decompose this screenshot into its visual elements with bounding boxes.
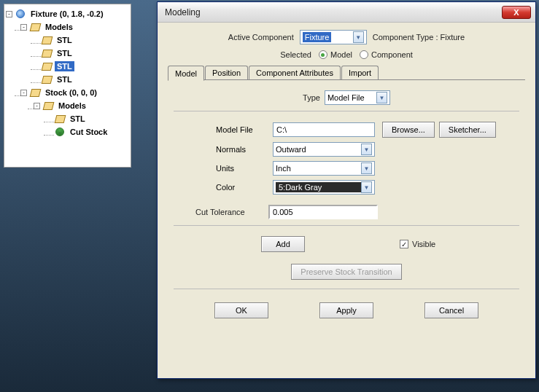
folder-icon xyxy=(42,101,54,111)
stl-icon xyxy=(41,48,53,58)
radio-model[interactable] xyxy=(319,50,327,59)
component-type-text: Component Type : Fixture xyxy=(373,33,465,42)
normals-select[interactable]: Outward ▼ xyxy=(273,142,375,157)
active-component-select[interactable]: Fixture ▼ xyxy=(300,30,367,44)
active-component-value: Fixture xyxy=(303,32,332,42)
chevron-down-icon: ▼ xyxy=(376,92,387,103)
divider xyxy=(174,289,519,289)
color-value: 5:Dark Gray xyxy=(276,182,361,192)
stl-icon xyxy=(41,35,53,45)
cut-tolerance-label: Cut Tolerance xyxy=(195,208,268,216)
browse-button[interactable]: Browse... xyxy=(382,122,435,138)
units-value: Inch xyxy=(276,164,291,173)
stl-icon xyxy=(41,61,53,71)
preserve-stock-button[interactable]: Preserve Stock Transition xyxy=(291,264,401,280)
tree-cutstock[interactable]: Cut Stock xyxy=(68,127,109,137)
expander-stock[interactable]: - xyxy=(20,90,27,96)
sketcher-button[interactable]: Sketcher... xyxy=(439,122,496,138)
color-select[interactable]: 5:Dark Gray ▼ xyxy=(273,180,375,195)
color-label: Color xyxy=(216,183,273,192)
cancel-button[interactable]: Cancel xyxy=(424,302,478,318)
cutstock-icon xyxy=(54,127,66,137)
tree-panel: - Fixture (0, 1.8, -0.2) - Models STL ST… xyxy=(4,4,131,168)
tab-import[interactable]: Import xyxy=(341,66,379,79)
chevron-down-icon: ▼ xyxy=(361,162,372,174)
chevron-down-icon: ▼ xyxy=(353,31,364,43)
fixture-icon xyxy=(15,9,26,19)
stl-icon xyxy=(54,114,66,124)
normals-value: Outward xyxy=(276,145,306,154)
type-value: Model File xyxy=(327,93,365,102)
close-button[interactable]: X xyxy=(502,6,531,19)
units-label: Units xyxy=(216,164,273,173)
tree-models-2[interactable]: Models xyxy=(56,101,88,111)
expander-models-1[interactable]: - xyxy=(20,24,27,31)
tree-stl-stock[interactable]: STL xyxy=(68,114,88,124)
normals-label: Normals xyxy=(216,145,273,154)
selected-label: Selected xyxy=(280,50,311,59)
tree-stock[interactable]: Stock (0, 0, 0) xyxy=(43,87,99,98)
tab-model[interactable]: Model xyxy=(168,66,204,81)
tab-attributes[interactable]: Component Attributes xyxy=(249,66,341,79)
chevron-down-icon: ▼ xyxy=(361,181,372,193)
visible-label: Visible xyxy=(412,240,435,248)
modeling-dialog: Modeling X Active Component Fixture ▼ Co… xyxy=(157,1,536,379)
tab-body: Type Model File ▼ Model File C:\ Browse.… xyxy=(168,80,525,323)
model-file-label: Model File xyxy=(216,125,273,134)
active-component-label: Active Component xyxy=(228,33,294,42)
apply-button[interactable]: Apply xyxy=(319,302,373,318)
divider xyxy=(174,225,519,226)
expander-fixture[interactable]: - xyxy=(6,11,12,17)
stl-icon xyxy=(41,74,53,85)
model-file-input[interactable]: C:\ xyxy=(273,122,375,137)
tree-stl-1[interactable]: STL xyxy=(55,35,74,45)
radio-component[interactable] xyxy=(360,50,368,59)
folder-icon xyxy=(29,87,41,98)
units-select[interactable]: Inch ▼ xyxy=(273,161,375,176)
visible-checkbox[interactable]: ✓ xyxy=(400,240,408,248)
tree-stl-4[interactable]: STL xyxy=(55,74,74,85)
cut-tolerance-input[interactable]: 0.005 xyxy=(268,205,378,219)
expander-models-2[interactable]: - xyxy=(34,103,40,109)
tab-bar: Model Position Component Attributes Impo… xyxy=(168,65,525,80)
folder-icon xyxy=(29,22,41,32)
type-select[interactable]: Model File ▼ xyxy=(325,90,390,105)
chevron-down-icon: ▼ xyxy=(361,144,372,155)
type-label: Type xyxy=(303,93,320,102)
dialog-title: Modeling xyxy=(165,7,502,17)
tree-fixture[interactable]: Fixture (0, 1.8, -0.2) xyxy=(28,9,106,19)
divider xyxy=(174,111,519,111)
tree-stl-selected[interactable]: STL xyxy=(55,61,74,71)
ok-button[interactable]: OK xyxy=(214,302,268,318)
radio-component-label: Component xyxy=(371,50,413,59)
add-button[interactable]: Add xyxy=(261,236,305,252)
radio-model-label: Model xyxy=(330,50,352,59)
tree-stl-2[interactable]: STL xyxy=(55,48,74,58)
tree-models-1[interactable]: Models xyxy=(43,22,75,32)
titlebar[interactable]: Modeling X xyxy=(158,2,535,23)
tab-position[interactable]: Position xyxy=(205,66,248,79)
